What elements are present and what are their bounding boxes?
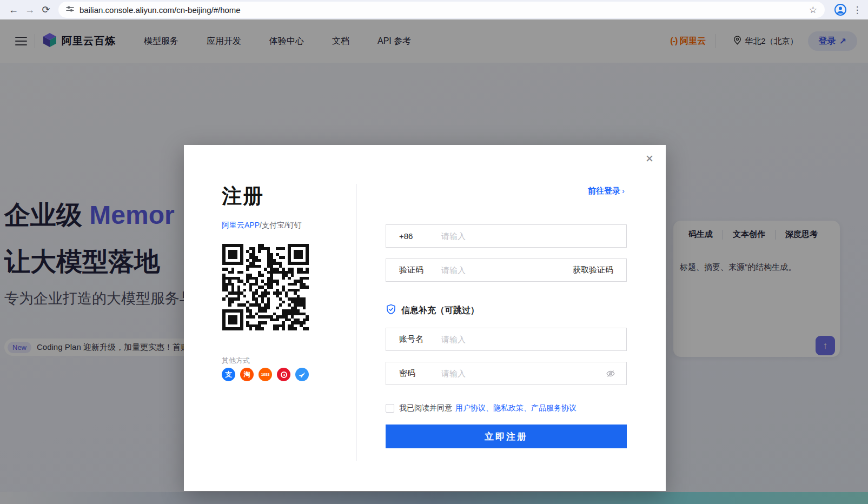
- weibo-icon[interactable]: [277, 368, 290, 381]
- url-text[interactable]: bailian.console.aliyun.com/cn-beijing/#/…: [79, 5, 804, 15]
- goto-login-link[interactable]: 前往登录›: [386, 186, 625, 196]
- alipay-icon[interactable]: 支: [222, 368, 235, 381]
- other-methods-label: 其他方式: [222, 356, 250, 366]
- captcha-field: 验证码 获取验证码: [386, 258, 627, 282]
- info-section-title: 信息补充（可跳过）: [401, 305, 479, 316]
- forward-icon[interactable]: →: [22, 2, 38, 18]
- privacy-policy-link[interactable]: 隐私政策、: [493, 403, 531, 412]
- modal-column-divider: [356, 184, 357, 461]
- phone-prefix[interactable]: +86: [399, 231, 441, 241]
- info-section-header: 信息补充（可跳过）: [386, 304, 479, 317]
- password-input[interactable]: [441, 369, 595, 378]
- taobao-glyph: 淘: [244, 370, 250, 379]
- taobao-icon[interactable]: 淘: [240, 368, 254, 381]
- shield-check-icon: [386, 304, 396, 317]
- browser-menu-icon[interactable]: ⋮: [852, 4, 863, 16]
- qr-code: [222, 244, 309, 330]
- reload-icon[interactable]: ⟳: [38, 2, 54, 18]
- eye-off-icon[interactable]: [595, 369, 626, 379]
- agreement-row: 我已阅读并同意 用户协议、隐私政策、产品服务协议: [386, 403, 577, 413]
- get-captcha-button[interactable]: 获取验证码: [560, 265, 626, 275]
- register-submit-button[interactable]: 立即注册: [386, 425, 627, 448]
- bookmark-star-icon[interactable]: ☆: [809, 4, 817, 16]
- aliyun-app-link[interactable]: 阿里云APP: [222, 221, 260, 229]
- dingtalk-icon[interactable]: [295, 368, 309, 381]
- social-login-row: 支 淘 1688: [222, 368, 309, 381]
- phone-input[interactable]: [441, 231, 626, 241]
- modal-title: 注册: [222, 183, 264, 210]
- account-label: 账号名: [399, 334, 441, 344]
- browser-profile-icon[interactable]: [833, 3, 847, 17]
- browser-toolbar: ← → ⟳ bailian.console.aliyun.com/cn-beij…: [0, 0, 868, 19]
- qr-methods-rest: /支付宝/钉钉: [260, 221, 302, 229]
- agreement-checkbox[interactable]: [386, 404, 394, 413]
- chevron-right-icon: ›: [622, 186, 625, 195]
- back-icon[interactable]: ←: [5, 2, 22, 18]
- alipay-glyph: 支: [225, 370, 232, 380]
- site-settings-icon[interactable]: [66, 5, 74, 15]
- phone-field: +86: [386, 224, 627, 248]
- register-modal: ✕ 注册 阿里云APP/支付宝/钉钉 其他方式 支 淘 1688 前往登录› +…: [184, 145, 666, 491]
- account-input[interactable]: [441, 335, 626, 344]
- agreement-text: 我已阅读并同意: [399, 403, 452, 413]
- captcha-input[interactable]: [441, 266, 560, 275]
- weibo-eye-glyph: [281, 372, 287, 378]
- 1688-icon[interactable]: 1688: [259, 368, 272, 381]
- goto-login-label: 前往登录: [588, 186, 620, 195]
- close-icon[interactable]: ✕: [645, 154, 654, 164]
- qr-methods: 阿里云APP/支付宝/钉钉: [222, 221, 302, 230]
- product-terms-link[interactable]: 产品服务协议: [531, 403, 577, 412]
- 1688-glyph: 1688: [261, 373, 270, 376]
- account-field: 账号名: [386, 328, 627, 351]
- address-bar[interactable]: bailian.console.aliyun.com/cn-beijing/#/…: [58, 2, 825, 18]
- user-agreement-link[interactable]: 用户协议、: [455, 403, 493, 412]
- password-field: 密码: [386, 362, 627, 385]
- captcha-label: 验证码: [399, 265, 441, 275]
- password-label: 密码: [399, 368, 441, 379]
